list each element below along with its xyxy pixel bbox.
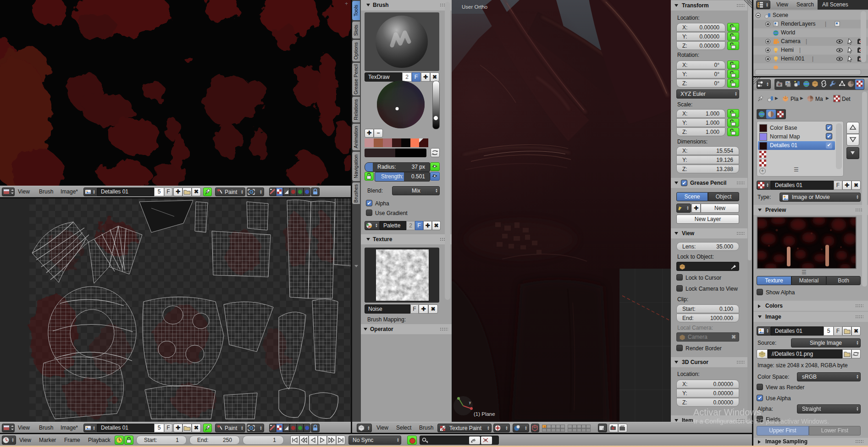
svg-text:User Ortho: User Ortho (462, 4, 487, 10)
svg-text:y: y (469, 400, 471, 404)
